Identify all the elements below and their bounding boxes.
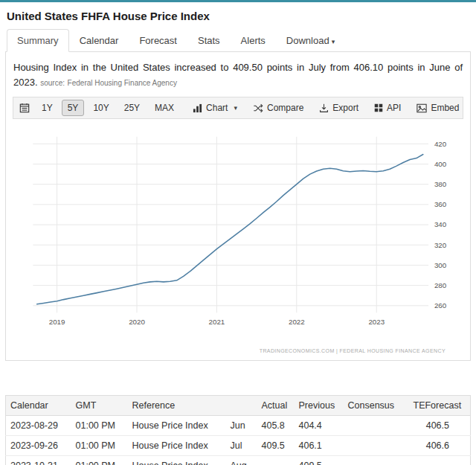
range-button-1y[interactable]: 1Y <box>36 100 59 116</box>
range-button-25y[interactable]: 25Y <box>118 100 146 116</box>
table-row[interactable]: 2023-08-2901:00 PMHouse Price IndexJun40… <box>6 416 471 436</box>
svg-text:280: 280 <box>434 281 447 289</box>
chart-watermark: TRADINGECONOMICS.COM | FEDERAL HOUSING F… <box>13 347 463 356</box>
table-cell <box>409 456 471 465</box>
source-name: Federal Housing Finance Agency <box>68 79 177 87</box>
svg-text:2019: 2019 <box>49 318 65 326</box>
column-header-calendar: Calendar <box>6 396 71 416</box>
grid-icon <box>374 103 383 112</box>
embed-button[interactable]: Embed <box>412 100 463 115</box>
svg-text:380: 380 <box>434 180 447 188</box>
table-cell <box>344 416 409 436</box>
column-header-gmt: GMT <box>71 396 128 416</box>
table-cell: 406.5 <box>409 416 471 436</box>
bar-chart-icon <box>193 103 202 113</box>
column-header-reference: Reference <box>128 396 226 416</box>
table-cell: 01:00 PM <box>71 416 128 436</box>
svg-text:360: 360 <box>434 200 447 208</box>
calendar-icon[interactable] <box>19 103 30 113</box>
calendar-table: Calendar GMT Reference Actual Previous C… <box>5 395 471 465</box>
table-cell: 2023-08-29 <box>6 416 71 436</box>
tab-alerts[interactable]: Alerts <box>231 29 276 52</box>
image-icon <box>416 103 427 113</box>
page: United States FHFA House Price Index Sum… <box>0 2 476 465</box>
chevron-down-icon: ▾ <box>234 104 237 112</box>
table-header-row: Calendar GMT Reference Actual Previous C… <box>6 396 471 416</box>
table-row[interactable]: 2023-10-3101:00 PMHouse Price IndexAug40… <box>6 456 471 465</box>
tab-calendar[interactable]: Calendar <box>69 29 129 52</box>
table-cell: 409.5 <box>295 456 344 465</box>
table-cell: 2023-09-26 <box>6 436 71 456</box>
table-cell: House Price Index <box>128 416 226 436</box>
table-cell: Jun <box>226 416 257 436</box>
compare-icon <box>253 103 263 113</box>
table-cell <box>344 456 409 465</box>
table-cell: 01:00 PM <box>71 436 128 456</box>
table-cell: 405.8 <box>257 416 295 436</box>
svg-text:2023: 2023 <box>368 318 385 326</box>
table-cell: 406.1 <box>295 436 344 456</box>
svg-text:260: 260 <box>434 301 447 310</box>
svg-text:420: 420 <box>434 140 447 148</box>
range-button-max[interactable]: MAX <box>149 100 180 116</box>
table-cell <box>344 436 409 456</box>
table-cell <box>257 456 295 465</box>
column-header-previous: Previous <box>295 396 344 416</box>
range-button-10y[interactable]: 10Y <box>87 100 115 116</box>
chart-area: 2602803003203403603804004202019202020212… <box>13 119 463 356</box>
tab-forecast[interactable]: Forecast <box>129 29 187 52</box>
svg-text:320: 320 <box>434 241 447 249</box>
table-cell: 2023-10-31 <box>6 456 71 465</box>
svg-text:340: 340 <box>434 220 447 228</box>
table-cell: House Price Index <box>128 456 226 465</box>
range-button-5y[interactable]: 5Y <box>62 100 85 116</box>
column-header-actual: Actual <box>257 396 295 416</box>
download-icon <box>319 103 329 113</box>
page-title: United States FHFA House Price Index <box>5 6 471 29</box>
table-cell: 409.5 <box>257 436 295 456</box>
chart-toolbar: 1Y 5Y 10Y 25Y MAX Chart ▾ <box>13 97 463 119</box>
svg-text:400: 400 <box>434 160 447 168</box>
chart-type-button[interactable]: Chart ▾ <box>188 100 242 115</box>
export-button[interactable]: Export <box>315 100 363 115</box>
compare-button[interactable]: Compare <box>248 100 308 115</box>
source-label: source: <box>40 79 65 87</box>
tab-bar: Summary Calendar Forecast Stats Alerts D… <box>5 29 471 52</box>
svg-text:2022: 2022 <box>289 318 305 326</box>
price-chart[interactable]: 2602803003203403603804004202019202020212… <box>13 129 463 347</box>
table-cell: 406.6 <box>409 436 471 456</box>
table-cell: 01:00 PM <box>71 456 128 465</box>
summary-text: Housing Index in the United States incre… <box>13 59 463 97</box>
summary-panel: Housing Index in the United States incre… <box>5 52 471 361</box>
table-cell: Aug <box>226 456 257 465</box>
chevron-down-icon: ▾ <box>332 38 335 45</box>
table-cell: House Price Index <box>128 436 226 456</box>
table-row[interactable]: 2023-09-2601:00 PMHouse Price IndexJul40… <box>6 436 471 456</box>
table-cell: 404.4 <box>295 416 344 436</box>
table-cell: Jul <box>226 436 257 456</box>
tab-download[interactable]: Download▾ <box>276 29 345 52</box>
api-button[interactable]: API <box>370 100 405 115</box>
tab-summary[interactable]: Summary <box>7 29 69 52</box>
column-header-consensus: Consensus <box>344 396 409 416</box>
tab-stats[interactable]: Stats <box>187 29 231 52</box>
svg-text:2020: 2020 <box>129 318 145 326</box>
svg-text:300: 300 <box>434 261 447 269</box>
svg-text:2021: 2021 <box>209 318 225 326</box>
column-header-period <box>226 396 257 416</box>
column-header-teforecast: TEForecast <box>409 396 471 416</box>
